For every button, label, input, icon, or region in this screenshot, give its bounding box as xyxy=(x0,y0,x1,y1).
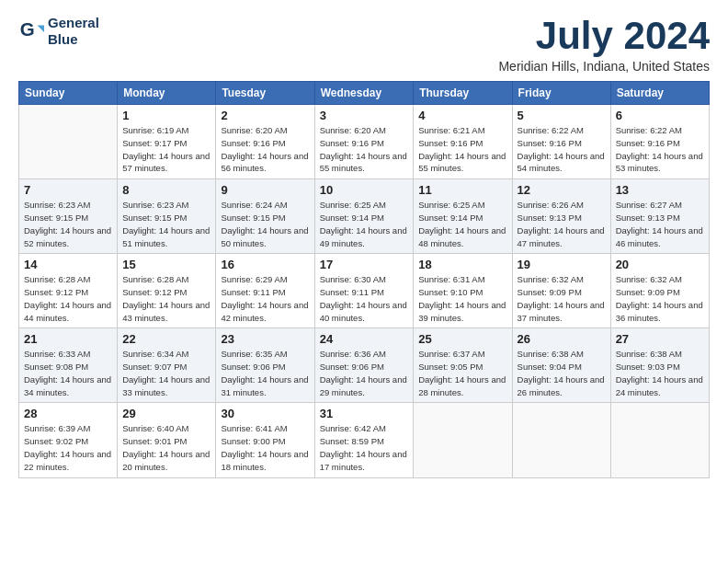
day-number: 9 xyxy=(221,183,309,197)
day-info: Sunrise: 6:32 AMSunset: 9:09 PMDaylight:… xyxy=(518,273,606,324)
logo-text: General Blue xyxy=(48,15,99,48)
day-number: 20 xyxy=(616,258,704,271)
week-row-4: 21Sunrise: 6:33 AMSunset: 9:08 PMDayligh… xyxy=(19,328,710,403)
day-info: Sunrise: 6:19 AMSunset: 9:17 PMDaylight:… xyxy=(122,124,210,175)
day-number: 28 xyxy=(24,407,112,420)
week-row-1: 1Sunrise: 6:19 AMSunset: 9:17 PMDaylight… xyxy=(19,105,710,179)
calendar-cell: 14Sunrise: 6:28 AMSunset: 9:12 PMDayligh… xyxy=(19,254,118,328)
day-number: 21 xyxy=(24,332,112,346)
calendar-cell: 1Sunrise: 6:19 AMSunset: 9:17 PMDaylight… xyxy=(118,105,216,179)
day-info: Sunrise: 6:27 AMSunset: 9:13 PMDaylight:… xyxy=(616,199,704,249)
day-number: 5 xyxy=(518,109,606,122)
day-number: 29 xyxy=(122,407,210,420)
day-number: 11 xyxy=(418,183,506,197)
day-info: Sunrise: 6:29 AMSunset: 9:11 PMDaylight:… xyxy=(221,273,309,324)
day-info: Sunrise: 6:25 AMSunset: 9:14 PMDaylight:… xyxy=(320,199,409,249)
day-info: Sunrise: 6:25 AMSunset: 9:14 PMDaylight:… xyxy=(418,199,506,249)
calendar-cell: 25Sunrise: 6:37 AMSunset: 9:05 PMDayligh… xyxy=(414,328,512,403)
week-row-5: 28Sunrise: 6:39 AMSunset: 9:02 PMDayligh… xyxy=(19,403,710,477)
day-info: Sunrise: 6:41 AMSunset: 9:00 PMDaylight:… xyxy=(221,422,309,473)
day-info: Sunrise: 6:34 AMSunset: 9:07 PMDaylight:… xyxy=(122,348,210,398)
calendar-cell: 22Sunrise: 6:34 AMSunset: 9:07 PMDayligh… xyxy=(118,328,216,403)
logo-icon: G xyxy=(18,18,44,44)
calendar-cell: 29Sunrise: 6:40 AMSunset: 9:01 PMDayligh… xyxy=(118,403,216,477)
calendar-cell: 17Sunrise: 6:30 AMSunset: 9:11 PMDayligh… xyxy=(314,254,414,328)
svg-text:G: G xyxy=(20,18,35,40)
day-number: 19 xyxy=(518,258,606,271)
day-info: Sunrise: 6:42 AMSunset: 8:59 PMDaylight:… xyxy=(320,422,409,473)
day-info: Sunrise: 6:20 AMSunset: 9:16 PMDaylight:… xyxy=(221,124,309,175)
day-number: 14 xyxy=(24,258,112,271)
day-number: 30 xyxy=(221,407,309,420)
calendar-cell: 19Sunrise: 6:32 AMSunset: 9:09 PMDayligh… xyxy=(512,254,610,328)
day-number: 13 xyxy=(616,183,704,197)
day-number: 18 xyxy=(418,258,506,271)
calendar-cell: 27Sunrise: 6:38 AMSunset: 9:03 PMDayligh… xyxy=(610,328,709,403)
calendar-cell: 24Sunrise: 6:36 AMSunset: 9:06 PMDayligh… xyxy=(314,328,414,403)
calendar-cell: 28Sunrise: 6:39 AMSunset: 9:02 PMDayligh… xyxy=(19,403,118,477)
day-info: Sunrise: 6:38 AMSunset: 9:03 PMDaylight:… xyxy=(616,348,704,398)
weekday-header-row: SundayMondayTuesdayWednesdayThursdayFrid… xyxy=(19,82,710,105)
calendar-cell: 18Sunrise: 6:31 AMSunset: 9:10 PMDayligh… xyxy=(414,254,512,328)
calendar-cell xyxy=(610,403,709,477)
calendar-cell: 23Sunrise: 6:35 AMSunset: 9:06 PMDayligh… xyxy=(216,328,314,403)
calendar-cell xyxy=(414,403,512,477)
calendar-cell xyxy=(512,403,610,477)
calendar-cell: 9Sunrise: 6:24 AMSunset: 9:15 PMDaylight… xyxy=(216,179,314,254)
calendar-cell: 11Sunrise: 6:25 AMSunset: 9:14 PMDayligh… xyxy=(414,179,512,254)
calendar-cell: 16Sunrise: 6:29 AMSunset: 9:11 PMDayligh… xyxy=(216,254,314,328)
day-info: Sunrise: 6:23 AMSunset: 9:15 PMDaylight:… xyxy=(122,199,210,249)
day-info: Sunrise: 6:39 AMSunset: 9:02 PMDaylight:… xyxy=(24,422,112,473)
calendar-cell xyxy=(19,105,118,179)
day-number: 27 xyxy=(616,332,704,346)
day-number: 17 xyxy=(320,258,409,271)
day-info: Sunrise: 6:22 AMSunset: 9:16 PMDaylight:… xyxy=(518,124,606,175)
calendar: SundayMondayTuesdayWednesdayThursdayFrid… xyxy=(18,81,710,477)
calendar-cell: 5Sunrise: 6:22 AMSunset: 9:16 PMDaylight… xyxy=(512,105,610,179)
day-number: 2 xyxy=(221,109,309,122)
calendar-cell: 7Sunrise: 6:23 AMSunset: 9:15 PMDaylight… xyxy=(19,179,118,254)
day-info: Sunrise: 6:38 AMSunset: 9:04 PMDaylight:… xyxy=(518,348,606,398)
main-title: July 2024 xyxy=(498,15,710,57)
calendar-cell: 8Sunrise: 6:23 AMSunset: 9:15 PMDaylight… xyxy=(118,179,216,254)
day-info: Sunrise: 6:20 AMSunset: 9:16 PMDaylight:… xyxy=(320,124,409,175)
calendar-cell: 15Sunrise: 6:28 AMSunset: 9:12 PMDayligh… xyxy=(118,254,216,328)
day-info: Sunrise: 6:26 AMSunset: 9:13 PMDaylight:… xyxy=(518,199,606,249)
day-number: 16 xyxy=(221,258,309,271)
weekday-header-sunday: Sunday xyxy=(19,82,118,105)
day-number: 3 xyxy=(320,109,409,122)
day-number: 10 xyxy=(320,183,409,197)
day-number: 15 xyxy=(122,258,210,271)
day-info: Sunrise: 6:33 AMSunset: 9:08 PMDaylight:… xyxy=(24,348,112,398)
day-info: Sunrise: 6:31 AMSunset: 9:10 PMDaylight:… xyxy=(418,273,506,324)
calendar-cell: 2Sunrise: 6:20 AMSunset: 9:16 PMDaylight… xyxy=(216,105,314,179)
weekday-header-monday: Monday xyxy=(118,82,216,105)
weekday-header-tuesday: Tuesday xyxy=(216,82,314,105)
day-info: Sunrise: 6:21 AMSunset: 9:16 PMDaylight:… xyxy=(418,124,506,175)
logo-line2: Blue xyxy=(48,31,99,48)
calendar-cell: 30Sunrise: 6:41 AMSunset: 9:00 PMDayligh… xyxy=(216,403,314,477)
svg-marker-1 xyxy=(38,25,44,31)
weekday-header-thursday: Thursday xyxy=(414,82,512,105)
day-info: Sunrise: 6:23 AMSunset: 9:15 PMDaylight:… xyxy=(24,199,112,249)
day-number: 6 xyxy=(616,109,704,122)
day-info: Sunrise: 6:36 AMSunset: 9:06 PMDaylight:… xyxy=(320,348,409,398)
week-row-3: 14Sunrise: 6:28 AMSunset: 9:12 PMDayligh… xyxy=(19,254,710,328)
day-number: 4 xyxy=(418,109,506,122)
day-number: 25 xyxy=(418,332,506,346)
calendar-cell: 12Sunrise: 6:26 AMSunset: 9:13 PMDayligh… xyxy=(512,179,610,254)
calendar-cell: 6Sunrise: 6:22 AMSunset: 9:16 PMDaylight… xyxy=(610,105,709,179)
calendar-cell: 21Sunrise: 6:33 AMSunset: 9:08 PMDayligh… xyxy=(19,328,118,403)
day-info: Sunrise: 6:22 AMSunset: 9:16 PMDaylight:… xyxy=(616,124,704,175)
day-number: 12 xyxy=(518,183,606,197)
calendar-cell: 20Sunrise: 6:32 AMSunset: 9:09 PMDayligh… xyxy=(610,254,709,328)
day-info: Sunrise: 6:30 AMSunset: 9:11 PMDaylight:… xyxy=(320,273,409,324)
calendar-cell: 10Sunrise: 6:25 AMSunset: 9:14 PMDayligh… xyxy=(314,179,414,254)
calendar-cell: 13Sunrise: 6:27 AMSunset: 9:13 PMDayligh… xyxy=(610,179,709,254)
weekday-header-saturday: Saturday xyxy=(610,82,709,105)
title-area: July 2024 Meridian Hills, Indiana, Unite… xyxy=(498,15,710,74)
weekday-header-wednesday: Wednesday xyxy=(314,82,414,105)
header: G General Blue July 2024 Meridian Hills,… xyxy=(18,15,710,74)
day-number: 31 xyxy=(320,407,409,420)
subtitle: Meridian Hills, Indiana, United States xyxy=(498,59,710,74)
